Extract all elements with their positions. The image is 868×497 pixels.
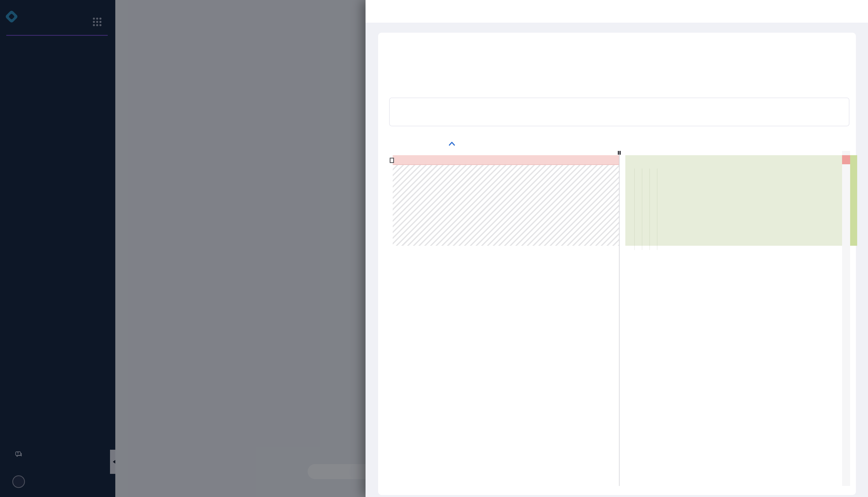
gutter-marker-icon (390, 158, 394, 163)
close-icon[interactable] (851, 2, 866, 18)
overview-added-mark (850, 155, 857, 246)
drawer-body (366, 23, 868, 497)
app-screen: ? (0, 0, 868, 497)
diff-left-pane (393, 151, 619, 486)
yaml-diff-editor[interactable] (389, 151, 846, 486)
scrollbar-track[interactable] (842, 151, 850, 486)
chevron-up-icon[interactable] (448, 141, 456, 148)
overview-removed-mark (842, 155, 850, 164)
pane-divider (619, 151, 620, 486)
empty-region-hatch (393, 165, 619, 246)
event-row (389, 98, 849, 126)
event-summary-card (378, 33, 856, 495)
event-summary-drawer (366, 0, 868, 497)
user-avatar (397, 105, 410, 118)
removed-line (393, 155, 619, 165)
diff-right-pane (625, 155, 842, 246)
